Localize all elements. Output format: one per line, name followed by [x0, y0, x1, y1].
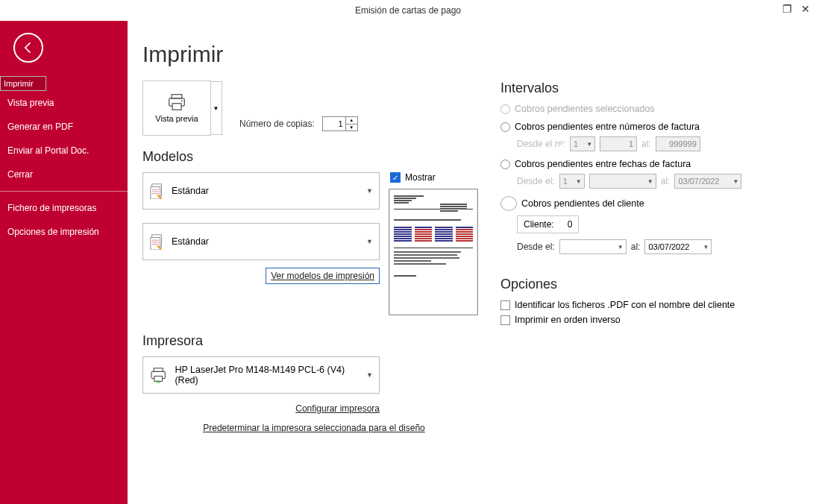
maximize-icon[interactable]: ❐: [782, 3, 792, 15]
desde-num-label: Desde el nº:: [517, 139, 565, 149]
radio-seleccionados[interactable]: [500, 104, 510, 114]
preview-thumbnail[interactable]: [389, 189, 478, 315]
cliente-hasta-input[interactable]: 03/07/2022▼: [644, 239, 712, 254]
model1-label: Estándar: [172, 186, 209, 196]
opciones-heading: Opciones: [500, 277, 801, 292]
chevron-down-icon: ▼: [703, 244, 709, 251]
cliente-al-label: al:: [631, 242, 641, 252]
opt-pdf-nombre-label: Identificar los ficheros .PDF con el nom…: [515, 300, 735, 310]
chevron-down-icon: ▼: [618, 244, 624, 251]
chevron-down-icon: ▼: [576, 178, 582, 185]
back-button[interactable]: [13, 33, 43, 63]
model1-select[interactable]: Estándar ▼: [142, 172, 380, 210]
cliente-value: 0: [568, 219, 573, 230]
cliente-desde-label: Desde el:: [517, 242, 555, 252]
sidebar-item-cerrar[interactable]: Cerrar: [0, 163, 128, 186]
ver-modelos-link[interactable]: Ver modelos de impresión: [266, 268, 380, 284]
svg-rect-2: [172, 104, 181, 110]
chevron-down-icon: ▼: [366, 238, 373, 245]
cliente-label: Cliente:: [524, 219, 554, 230]
mostrar-checkbox[interactable]: ✓: [390, 172, 401, 183]
copies-spinner[interactable]: ▲ ▼: [322, 116, 358, 131]
radio-numeros-factura[interactable]: [500, 122, 510, 132]
cliente-desde-input[interactable]: ▼: [559, 239, 627, 254]
radio-cliente-label: Cobros pendientes del cliente: [521, 198, 644, 209]
content: Imprimir Vista previa: [128, 21, 816, 504]
hasta-fecha-input[interactable]: 03/07/2022▼: [674, 174, 741, 189]
al-num-label: al:: [641, 139, 651, 149]
predeterminar-impresora-link[interactable]: Predeterminar la impresora seleccionada …: [203, 423, 425, 433]
hasta-num-input[interactable]: [656, 136, 700, 151]
mostrar-label: Mostrar: [405, 172, 436, 183]
intervalos-heading: Intervalos: [500, 81, 801, 96]
radio-seleccionados-label: Cobros pendientes seleccionados: [515, 104, 655, 114]
opt-orden-inverso-checkbox[interactable]: [500, 315, 510, 325]
vista-previa-dropdown[interactable]: ▼: [210, 81, 222, 135]
radio-fechas-factura-label: Cobros pendientes entre fechas de factur…: [515, 159, 691, 169]
impresora-heading: Impresora: [142, 333, 490, 349]
copies-input[interactable]: [323, 117, 345, 130]
chevron-down-icon: ▼: [647, 178, 653, 185]
sidebar-item-vista-previa[interactable]: Vista previa: [0, 91, 128, 115]
svg-rect-8: [154, 368, 163, 372]
copies-label: Número de copias:: [239, 119, 315, 129]
sidebar-item-generar-pdf[interactable]: Generar en PDF: [0, 115, 128, 139]
printer-name: HP LaserJet Pro M148-M149 PCL-6 (V4) (Re…: [175, 365, 359, 385]
modelos-heading: Modelos: [142, 149, 490, 165]
titlebar: Emisión de cartas de pago ❐ ✕: [0, 0, 816, 21]
opt-pdf-nombre-checkbox[interactable]: [500, 300, 510, 310]
cliente-box[interactable]: Cliente: 0: [517, 215, 579, 233]
desde-num-input[interactable]: [600, 136, 637, 151]
chevron-down-icon: ▼: [366, 371, 373, 379]
desde-fecha-label: Desde el:: [517, 176, 555, 186]
chevron-down-icon: ▼: [213, 105, 219, 112]
sidebar-item-imprimir[interactable]: Imprimir: [0, 76, 46, 91]
al-fecha-label: al:: [661, 176, 671, 186]
serie-num-select[interactable]: 1▼: [570, 136, 595, 151]
sidebar: Imprimir Vista previa Generar en PDF Env…: [0, 21, 128, 504]
copies-down[interactable]: ▼: [346, 125, 357, 131]
copies-up[interactable]: ▲: [346, 117, 357, 125]
model2-label: Estándar: [172, 236, 209, 247]
sidebar-item-fichero-impresoras[interactable]: Fichero de impresoras: [0, 196, 128, 220]
model2-select[interactable]: Estándar ▼: [142, 223, 380, 260]
window-title: Emisión de cartas de pago: [355, 5, 461, 16]
close-icon[interactable]: ✕: [801, 3, 810, 15]
radio-cliente[interactable]: [500, 196, 517, 211]
page-title: Imprimir: [142, 42, 816, 67]
vista-previa-button[interactable]: Vista previa ▼: [142, 81, 211, 136]
sidebar-item-enviar-portal[interactable]: Enviar al Portal Doc.: [0, 139, 128, 163]
printer-icon: [166, 93, 187, 111]
chevron-down-icon: ▼: [366, 187, 373, 195]
svg-rect-0: [172, 95, 182, 98]
vista-previa-label: Vista previa: [155, 114, 198, 123]
desde-fecha-input[interactable]: ▼: [589, 174, 656, 189]
sidebar-item-opciones-impresion[interactable]: Opciones de impresión: [0, 220, 128, 244]
opt-orden-inverso-label: Imprimir en orden inverso: [515, 315, 621, 325]
radio-fechas-factura[interactable]: [500, 160, 510, 169]
printer-icon: [149, 367, 167, 383]
document-icon: [149, 233, 166, 250]
radio-numeros-factura-label: Cobros pendientes entre números de factu…: [515, 122, 700, 132]
svg-point-3: [181, 100, 183, 101]
configurar-impresora-link[interactable]: Configurar impresora: [295, 403, 380, 414]
document-icon: [149, 183, 166, 199]
printer-select[interactable]: HP LaserJet Pro M148-M149 PCL-6 (V4) (Re…: [142, 356, 380, 394]
serie-fecha-select[interactable]: 1▼: [559, 174, 585, 189]
chevron-down-icon: ▼: [586, 141, 592, 148]
sidebar-divider: [0, 191, 128, 192]
chevron-down-icon: ▼: [732, 178, 738, 185]
